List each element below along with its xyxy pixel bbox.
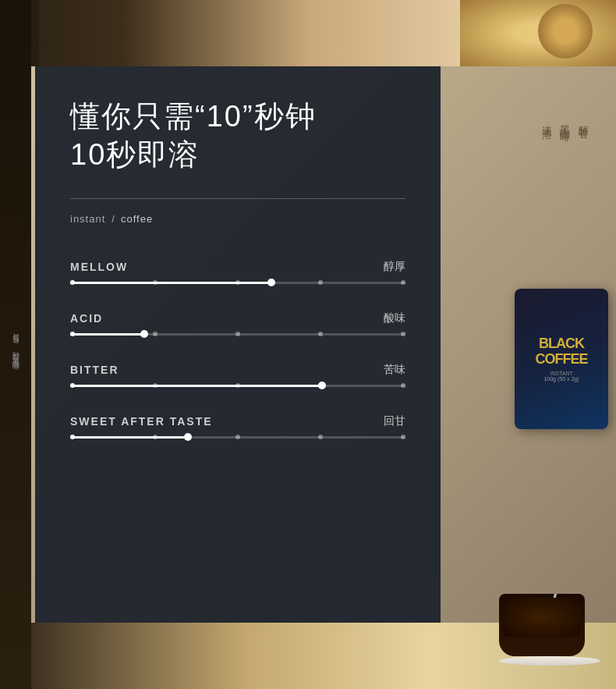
cup-liquid bbox=[503, 598, 581, 637]
top-cup-decoration bbox=[538, 4, 593, 59]
product-name-line1: BLACK bbox=[539, 336, 584, 352]
flavor-row-sweet_after_taste: SWEET AFTER TASTE 回甘 bbox=[70, 414, 405, 439]
slider-dot-1 bbox=[70, 383, 75, 388]
subtitle-coffee: coffee bbox=[121, 213, 153, 225]
flavor-label-cn-mellow: 醇厚 bbox=[384, 260, 405, 274]
right-text-line1: 醇香 bbox=[578, 117, 589, 123]
slider-dot-1 bbox=[70, 435, 75, 439]
flavor-row-bitter: BITTER 苦味 bbox=[70, 363, 405, 387]
flavor-row-mellow: MELLOW 醇厚 bbox=[70, 260, 405, 284]
slider-dot-2 bbox=[153, 332, 158, 336]
cup-body bbox=[499, 594, 585, 656]
flavor-label-cn-bitter: 苦味 bbox=[384, 363, 405, 377]
main-title: 懂你只需“10”秒钟 10秒即溶 bbox=[70, 98, 405, 175]
product-package: BLACK COFFEE INSTANT 100g (50 x 2g) bbox=[515, 289, 608, 429]
slider-track-bitter bbox=[70, 385, 405, 387]
main-title-line2: 10秒即溶 bbox=[70, 136, 405, 174]
product-name-line2: COFFEE bbox=[535, 352, 587, 368]
subtitle-row: instant / coffee bbox=[70, 213, 405, 225]
main-title-line1: 懂你只需“10”秒钟 bbox=[70, 98, 405, 136]
main-card: 懂你只需“10”秒钟 10秒即溶 instant / coffee MELLOW… bbox=[35, 66, 441, 623]
slider-dot-5 bbox=[401, 332, 405, 336]
title-divider bbox=[70, 198, 405, 199]
slider-dot-5 bbox=[401, 435, 405, 439]
left-sidebar: 每日10秒即溶黑咖啡 bbox=[0, 0, 31, 689]
slider-dot-5 bbox=[401, 383, 405, 388]
coffee-cup-illustration bbox=[499, 594, 600, 666]
flavor-header-bitter: BITTER 苦味 bbox=[70, 363, 405, 377]
subtitle-instant: instant bbox=[70, 213, 105, 225]
slider-dot-3 bbox=[235, 435, 240, 439]
right-text-line3: 速溶 bbox=[541, 117, 553, 123]
slider-dot-2 bbox=[153, 383, 158, 388]
slider-dot-2 bbox=[153, 280, 158, 285]
subtitle-slash: / bbox=[112, 213, 115, 225]
product-amount: 100g (50 x 2g) bbox=[543, 376, 579, 382]
left-sidebar-text: 每日10秒即溶黑咖啡 bbox=[11, 329, 21, 360]
slider-dot-3 bbox=[235, 383, 240, 388]
flavor-header-acid: ACID 酸味 bbox=[70, 311, 405, 325]
flavor-label-cn-acid: 酸味 bbox=[384, 311, 405, 325]
slider-dot-2 bbox=[153, 435, 158, 439]
slider-dot-4 bbox=[318, 435, 323, 439]
flavors-container: MELLOW 醇厚 ACID 酸味 bbox=[70, 260, 405, 439]
flavor-label-en-mellow: MELLOW bbox=[70, 261, 128, 273]
slider-dots-sweet_after_taste bbox=[70, 435, 405, 439]
slider-dot-4 bbox=[318, 383, 323, 388]
slider-dots-bitter bbox=[70, 383, 405, 388]
slider-dot-4 bbox=[318, 332, 323, 336]
flavor-label-en-sweet_after_taste: SWEET AFTER TASTE bbox=[70, 415, 213, 428]
slider-dot-1 bbox=[70, 280, 75, 285]
slider-dots-mellow bbox=[70, 280, 405, 285]
slider-dot-3 bbox=[235, 280, 240, 285]
slider-track-mellow bbox=[70, 282, 405, 284]
right-text-line2: 黑咖啡 bbox=[560, 117, 572, 126]
slider-dot-4 bbox=[318, 280, 323, 285]
right-product-area: BLACK COFFEE INSTANT 100g (50 x 2g) bbox=[429, 273, 616, 689]
slider-dot-3 bbox=[235, 332, 240, 336]
slider-dot-5 bbox=[401, 280, 405, 285]
flavor-label-en-bitter: BITTER bbox=[70, 364, 119, 376]
flavor-header-mellow: MELLOW 醇厚 bbox=[70, 260, 405, 274]
product-subtext: INSTANT bbox=[550, 371, 572, 376]
top-image-strip bbox=[0, 0, 616, 66]
flavor-header-sweet_after_taste: SWEET AFTER TASTE 回甘 bbox=[70, 414, 405, 428]
flavor-label-cn-sweet_after_taste: 回甘 bbox=[384, 414, 405, 428]
flavor-label-en-acid: ACID bbox=[70, 312, 103, 325]
slider-track-acid bbox=[70, 333, 405, 336]
right-vertical-text: 醇香 黑咖啡 速溶 bbox=[538, 117, 593, 126]
slider-dots-acid bbox=[70, 332, 405, 336]
flavor-row-acid: ACID 酸味 bbox=[70, 311, 405, 336]
cup-saucer bbox=[499, 656, 600, 666]
slider-dot-1 bbox=[70, 332, 75, 336]
slider-track-sweet_after_taste bbox=[70, 436, 405, 439]
